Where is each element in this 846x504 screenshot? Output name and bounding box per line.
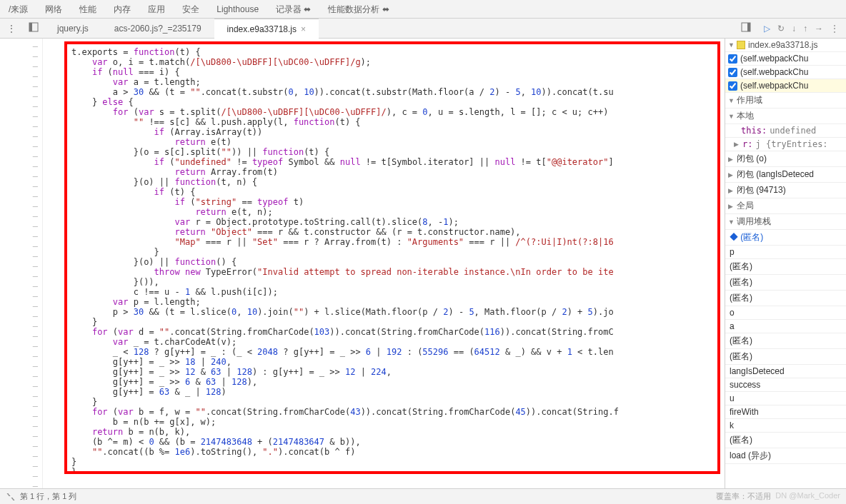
callstack-frame[interactable]: o xyxy=(725,306,846,320)
scope-header[interactable]: ▼作用域 xyxy=(725,93,846,109)
status-bar: 第 1 行，第 1 列 覆盖率：不适用 DN @Mark_Coder xyxy=(0,488,846,504)
callstack-frame[interactable]: (匿名) xyxy=(725,333,846,349)
more-icon[interactable]: ⋮ xyxy=(0,24,23,34)
devtools-top-tabs: /来源 网络 性能 内存 应用 安全 Lighthouse 记录器 ⬌ 性能数据… xyxy=(0,0,846,19)
disclosure-icon[interactable]: ▶ xyxy=(728,203,735,210)
top-tab[interactable]: 网络 xyxy=(36,0,71,19)
disclosure-icon[interactable]: ▶ xyxy=(728,171,735,178)
callstack-frame[interactable]: (匿名) xyxy=(725,259,846,275)
js-file-icon xyxy=(737,41,745,49)
global-scope-header[interactable]: ▶全局 xyxy=(725,198,846,214)
file-tab[interactable]: acs-2060.js?_=235179 xyxy=(101,19,214,39)
scope-variable[interactable]: ▶r:j {tryEntries: xyxy=(725,138,846,151)
top-tab[interactable]: 性能数据分析 ⬌ xyxy=(319,0,397,19)
callstack-frame[interactable]: (匿名) xyxy=(725,291,846,306)
top-tab[interactable]: Lighthouse xyxy=(208,0,267,19)
callstack-frame[interactable]: success xyxy=(725,378,846,392)
source-code[interactable]: t.exports = function(t) { var o, i = t.m… xyxy=(71,47,713,474)
step-icon[interactable]: → xyxy=(815,24,823,34)
callstack-frame[interactable]: u xyxy=(725,392,846,405)
file-tab-active[interactable]: index.e9a33718.js× xyxy=(214,19,319,39)
callstack-frame[interactable]: ◆ (匿名) xyxy=(725,230,846,246)
callstack-frame[interactable]: (匿名) xyxy=(725,275,846,291)
step-over-icon[interactable]: ↻ xyxy=(777,24,785,34)
cursor-position: 第 1 行，第 1 列 xyxy=(20,491,76,502)
callstack-frame[interactable]: load (异步) xyxy=(725,448,846,464)
closure-row[interactable]: ▶闭包 (94713) xyxy=(725,183,846,198)
file-tab-bar: ⋮ jquery.js acs-2060.js?_=235179 index.e… xyxy=(0,19,846,39)
disclosure-icon[interactable]: ▼ xyxy=(728,41,735,49)
watermark: DN @Mark_Coder xyxy=(775,491,840,502)
scope-variable[interactable]: this:undefined xyxy=(725,124,846,138)
step-out-icon[interactable]: ↑ xyxy=(803,24,807,34)
resume-icon[interactable]: ▷ xyxy=(764,24,770,34)
format-icon[interactable] xyxy=(6,492,16,501)
svg-rect-1 xyxy=(29,23,32,31)
callstack-frame[interactable]: p xyxy=(725,246,846,259)
disclosure-icon[interactable]: ▼ xyxy=(728,113,735,120)
main-area: ————————————————————————————————————————… xyxy=(0,39,846,488)
top-tab[interactable]: 内存 xyxy=(105,0,139,19)
top-tab[interactable]: 应用 xyxy=(139,0,174,19)
callstack-frame[interactable]: k xyxy=(725,419,846,433)
webpack-chunk-row[interactable]: (self.webpackChu xyxy=(725,52,846,66)
callstack-frame[interactable]: (匿名) xyxy=(725,433,846,448)
webpack-chunk-row[interactable]: (self.webpackChu xyxy=(725,66,846,79)
callstack-header[interactable]: ▼调用堆栈 xyxy=(725,214,846,230)
top-tab[interactable]: 安全 xyxy=(174,0,208,19)
sidebar-file-header[interactable]: ▼ index.e9a33718.js xyxy=(725,39,846,52)
checkbox[interactable] xyxy=(728,81,737,91)
svg-rect-3 xyxy=(747,23,750,31)
top-tab[interactable]: 记录器 ⬌ xyxy=(267,0,319,19)
debugger-sidebar: ▼ index.e9a33718.js (self.webpackChu (se… xyxy=(725,39,846,488)
top-tab[interactable]: 性能 xyxy=(71,0,105,19)
closure-row[interactable]: ▶闭包 (o) xyxy=(725,151,846,167)
sidebar-file-title: index.e9a33718.js xyxy=(748,40,817,50)
checkbox[interactable] xyxy=(728,54,737,64)
file-tab[interactable]: jquery.js xyxy=(44,19,101,39)
deactivate-breakpoints-icon[interactable]: ⋮ xyxy=(830,24,839,34)
coverage-status: 覆盖率：不适用 xyxy=(716,491,771,502)
debugger-controls: ▷ ↻ ↓ ↑ → ⋮ xyxy=(757,24,846,34)
right-panel-toggle-icon[interactable] xyxy=(735,22,757,34)
callstack-frame[interactable]: langIsDeteced xyxy=(725,365,846,378)
disclosure-icon[interactable]: ▶ xyxy=(728,156,735,163)
webpack-chunk-row[interactable]: (self.webpackChu xyxy=(725,79,846,93)
highlight-box: t.exports = function(t) { var o, i = t.m… xyxy=(64,41,720,474)
top-tab[interactable]: /来源 xyxy=(0,0,36,19)
step-into-icon[interactable]: ↓ xyxy=(792,24,796,34)
callstack-frame[interactable]: (匿名) xyxy=(725,349,846,365)
disclosure-icon[interactable]: ▼ xyxy=(728,97,735,104)
line-gutter: ————————————————————————————————————————… xyxy=(0,39,43,488)
closure-row[interactable]: ▶闭包 (langIsDeteced xyxy=(725,167,846,183)
disclosure-icon[interactable]: ▼ xyxy=(728,218,735,226)
disclosure-icon[interactable]: ▶ xyxy=(734,141,741,148)
sidebar-toggle-icon[interactable] xyxy=(23,22,44,34)
code-viewport[interactable]: t.exports = function(t) { var o, i = t.m… xyxy=(43,39,725,488)
callstack-frame[interactable]: a xyxy=(725,320,846,333)
disclosure-icon[interactable]: ▶ xyxy=(728,187,735,194)
local-scope-header[interactable]: ▼本地 xyxy=(725,109,846,124)
callstack-frame[interactable]: fireWith xyxy=(725,405,846,419)
close-icon[interactable]: × xyxy=(301,24,306,34)
checkbox[interactable] xyxy=(728,68,737,77)
